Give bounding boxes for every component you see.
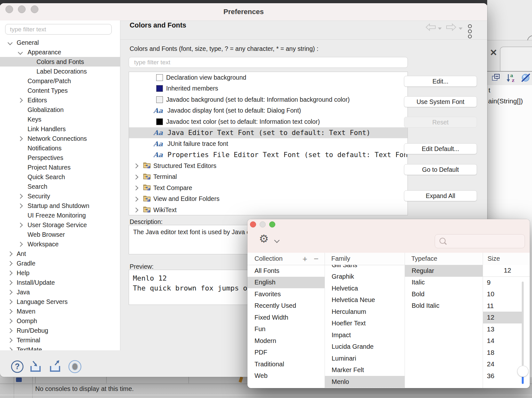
size-item[interactable]: 12 <box>483 312 523 323</box>
chevron-icon[interactable] <box>18 98 23 103</box>
tree-item[interactable]: Compare/Patch <box>0 76 120 86</box>
chevron-down-icon[interactable] <box>274 238 280 243</box>
list-item[interactable]: Aa a Terminal <box>129 171 407 183</box>
chevron-icon[interactable] <box>8 40 13 45</box>
family-item[interactable]: Helvetica <box>325 283 405 294</box>
tree-item[interactable]: Label Decorations <box>0 67 120 76</box>
close-button[interactable] <box>250 221 256 227</box>
tree-item[interactable]: Install/Update <box>0 278 120 287</box>
edit-button[interactable]: Edit... <box>404 76 477 87</box>
tree-item[interactable]: Ant <box>0 249 120 259</box>
tab-close-icon[interactable]: ✕ <box>490 47 497 58</box>
family-column-header[interactable]: Family <box>331 255 350 262</box>
list-item[interactable]: Aa a Properties File Editor Text Font (s… <box>129 149 407 161</box>
size-slider-thumb[interactable] <box>517 366 528 377</box>
list-item[interactable]: Aa a Structured Text Editors <box>129 160 407 171</box>
tree-item[interactable]: Run/Debug <box>0 326 120 335</box>
size-slider-track[interactable] <box>522 282 524 366</box>
font-search-field[interactable] <box>435 234 525 248</box>
tree-item[interactable]: Colors and Fonts <box>0 57 120 67</box>
chevron-icon[interactable] <box>8 338 13 343</box>
go-to-default-button[interactable]: Go to Default <box>404 164 477 175</box>
chevron-icon[interactable] <box>8 261 13 266</box>
collection-item[interactable]: Favorites <box>247 288 325 300</box>
collection-item[interactable]: Modern <box>247 335 325 347</box>
tree-item[interactable]: Workspace <box>0 239 120 249</box>
tree-item[interactable]: Quick Search <box>0 172 120 182</box>
tree-item[interactable]: UI Freeze Monitoring <box>0 211 120 220</box>
tree-item[interactable]: Keys <box>0 115 120 124</box>
family-item[interactable]: Hoefler Text <box>325 318 405 330</box>
tree-item[interactable]: Help <box>0 268 120 278</box>
record-icon[interactable] <box>68 359 82 374</box>
hide-fields-icon[interactable] <box>520 73 531 83</box>
help-icon[interactable]: ? <box>10 360 24 374</box>
chevron-icon[interactable] <box>18 222 23 227</box>
tree-item[interactable]: Search <box>0 182 120 191</box>
chevron-icon[interactable] <box>8 251 13 256</box>
chevron-icon[interactable] <box>8 280 13 285</box>
tree-item[interactable]: User Storage Service <box>0 220 120 230</box>
collection-item[interactable]: Fixed Width <box>247 312 325 323</box>
add-collection-button[interactable]: + <box>302 254 307 264</box>
sidebar-filter-input[interactable] <box>5 24 112 35</box>
tree-item[interactable]: Startup and Shutdown <box>0 201 120 211</box>
gear-icon[interactable]: ⚙ <box>259 233 269 244</box>
family-item[interactable]: Marker Felt <box>325 364 405 376</box>
list-item[interactable]: Aa a Java Editor Text Font (set to defau… <box>129 127 407 139</box>
family-item[interactable]: Herculanum <box>325 306 405 318</box>
family-item[interactable]: Helvetica Neue <box>325 294 405 306</box>
reset-button[interactable]: Reset <box>404 117 477 128</box>
family-item[interactable]: Impact <box>325 329 405 341</box>
typeface-item[interactable]: Bold Italic <box>405 300 483 312</box>
chevron-icon[interactable] <box>133 174 139 179</box>
back-button[interactable] <box>425 23 436 31</box>
forward-dropdown-icon[interactable] <box>458 27 463 30</box>
chevron-icon[interactable] <box>8 270 13 275</box>
tree-item[interactable]: Language Servers <box>0 297 120 306</box>
list-item[interactable]: Aa a Text Compare <box>129 182 407 194</box>
title-bar[interactable]: Preferences <box>0 3 487 21</box>
collapse-all-icon[interactable] <box>491 73 501 83</box>
tree-item[interactable]: Appearance <box>0 47 120 57</box>
chevron-icon[interactable] <box>18 194 23 199</box>
chevron-icon[interactable] <box>18 136 23 141</box>
chevron-icon[interactable] <box>133 186 139 191</box>
typeface-column-header[interactable]: Typeface <box>411 255 437 262</box>
use-system-font-button[interactable]: Use System Font <box>404 96 477 107</box>
family-item[interactable]: Graphik <box>325 271 405 283</box>
tree-item[interactable]: Perspectives <box>0 153 120 163</box>
import-icon[interactable] <box>28 360 44 374</box>
back-dropdown-icon[interactable] <box>438 27 442 30</box>
chevron-icon[interactable] <box>18 203 23 208</box>
family-item[interactable]: Menlo <box>325 376 405 388</box>
typeface-item[interactable]: Regular <box>405 265 483 277</box>
tree-item[interactable]: Link Handlers <box>0 124 120 134</box>
chevron-icon[interactable] <box>8 309 13 314</box>
sort-alphabetically-icon[interactable]: a z <box>506 73 516 83</box>
list-item[interactable]: Aa a Javadoc display font (set to defaul… <box>129 105 407 116</box>
minimize-button[interactable] <box>260 221 266 227</box>
chevron-icon[interactable] <box>8 290 13 295</box>
chevron-icon[interactable] <box>18 242 23 247</box>
typeface-item[interactable]: Bold <box>405 288 483 300</box>
list-item[interactable]: Aa a View and Editor Folders <box>129 194 407 205</box>
family-item[interactable]: Gill Sans <box>325 265 405 271</box>
family-item[interactable]: Lucida Grande <box>325 341 405 353</box>
tree-item[interactable]: Network Connections <box>0 134 120 143</box>
size-column-header[interactable]: Size <box>488 255 500 262</box>
tree-item[interactable]: Notifications <box>0 143 120 153</box>
tree-item[interactable]: Security <box>0 191 120 201</box>
tree-item[interactable]: Gradle <box>0 259 120 268</box>
list-item[interactable]: Aa a Inherited members <box>129 83 407 94</box>
tree-item[interactable]: Terminal <box>0 335 120 345</box>
tree-item[interactable]: Oomph <box>0 316 120 326</box>
collection-item[interactable]: All Fonts <box>247 265 325 277</box>
list-item[interactable]: Aa a Javadoc background (set to default:… <box>129 94 407 105</box>
size-input[interactable]: 12 <box>483 265 530 277</box>
expand-all-button[interactable]: Expand All <box>404 190 477 201</box>
collection-item[interactable]: Fun <box>247 323 325 335</box>
view-tab[interactable] <box>500 47 532 72</box>
chevron-icon[interactable] <box>8 328 13 333</box>
collection-item[interactable]: PDF <box>247 347 325 359</box>
